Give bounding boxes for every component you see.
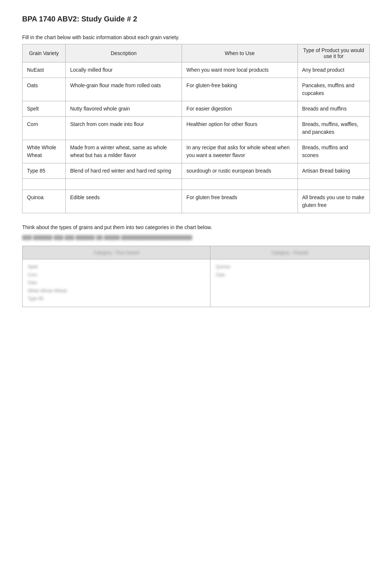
category-col1-header: Category - Flour-based <box>23 246 210 259</box>
row-0-variety: NuEast <box>23 62 66 78</box>
row-0-type: Any bread product <box>298 62 369 78</box>
col-header-variety: Grain Variety <box>23 44 66 62</box>
row-0-when: When you want more local products <box>182 62 298 78</box>
row-2-description: Nutty flavored whole grain <box>65 101 182 117</box>
row-3-variety: Corn <box>23 117 66 140</box>
row-5-variety: Type 85 <box>23 163 66 179</box>
row-5-type: Artisan Bread baking <box>298 163 369 179</box>
row-6-type <box>298 179 369 190</box>
category-table: Category - Flour-based Category - Pseudo… <box>22 246 370 307</box>
page-title: BPA 1740 ABV2: Study Guide # 2 <box>22 15 370 23</box>
row-1-type: Pancakes, muffins and cupcakes <box>298 78 369 101</box>
row-1-description: Whole-grain flour made from rolled oats <box>65 78 182 101</box>
row-5-when: sourdough or rustic european breads <box>182 163 298 179</box>
row-7-when: For gluten free breads <box>182 190 298 213</box>
row-1-when: For gluten-free baking <box>182 78 298 101</box>
row-6-when <box>182 179 298 190</box>
row-3-type: Breads, muffins, waffles, and pancakes <box>298 117 369 140</box>
row-2-when: For easier digestion <box>182 101 298 117</box>
row-4-description: Made from a winter wheat, same as whole … <box>65 140 182 163</box>
row-7-variety: Quinoa <box>23 190 66 213</box>
category-col2-items: QuinoaOats <box>210 259 370 307</box>
grain-variety-table: Grain Variety Description When to Use Ty… <box>22 44 370 213</box>
section1-instruction: Fill in the chart below with basic infor… <box>22 34 370 40</box>
col-header-when: When to Use <box>182 44 298 62</box>
row-3-description: Starch from corn made into flour <box>65 117 182 140</box>
section2-instruction: Think about the types of grains and put … <box>22 224 370 230</box>
row-4-variety: White Whole Wheat <box>23 140 66 163</box>
row-7-type: All breads you use to make gluten free <box>298 190 369 213</box>
section2-subtitle-blurred: ▓▓▓ ▓▓▓▓▓▓ ▓▓▓ ▓▓▓ ▓▓▓▓▓▓ ▓▓ ▓▓▓▓▓ ▓▓▓▓▓… <box>22 235 370 240</box>
row-2-variety: Spelt <box>23 101 66 117</box>
category-col1-items: SpeltCornOatsWhite Whole WheatType 85 <box>23 259 210 307</box>
row-7-description: Edible seeds <box>65 190 182 213</box>
row-6-variety <box>23 179 66 190</box>
col-header-type: Type of Product you would use it for <box>298 44 369 62</box>
col-header-description: Description <box>65 44 182 62</box>
row-1-variety: Oats <box>23 78 66 101</box>
row-6-description <box>65 179 182 190</box>
category-col2-header: Category - Pseudo <box>210 246 370 259</box>
row-2-type: Breads and muffins <box>298 101 369 117</box>
row-4-when: In any recipe that asks for whole wheat … <box>182 140 298 163</box>
row-5-description: Blend of hard red winter and hard red sp… <box>65 163 182 179</box>
row-3-when: Healthier option for other flours <box>182 117 298 140</box>
row-4-type: Breads, muffins and scones <box>298 140 369 163</box>
row-0-description: Locally milled flour <box>65 62 182 78</box>
